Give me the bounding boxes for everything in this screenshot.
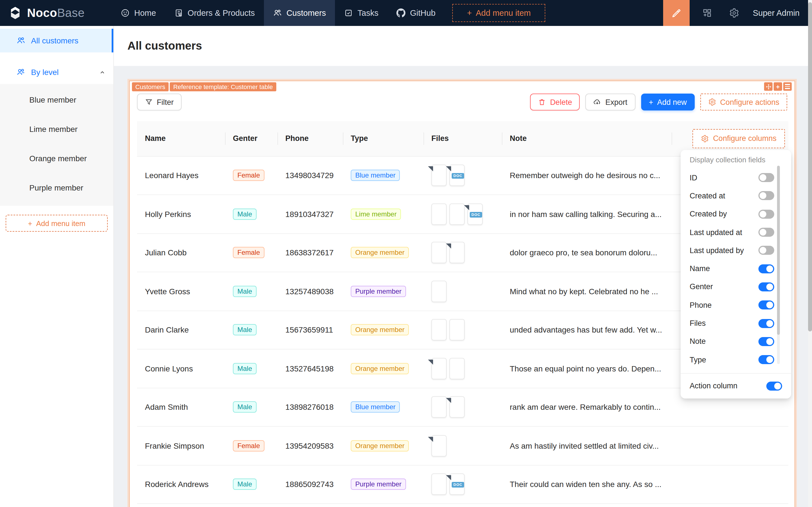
field-toggle-row-created-at[interactable]: Created at: [681, 187, 791, 205]
add-block-button[interactable]: +: [774, 82, 782, 91]
cell-note: As am hastily invited settled at limited…: [502, 427, 671, 465]
nav-item-github[interactable]: GitHub: [387, 0, 444, 26]
page-title: All customers: [127, 40, 202, 52]
action-column-toggle[interactable]: [766, 382, 782, 391]
field-toggle-name[interactable]: [758, 264, 774, 273]
image-file-thumbnail[interactable]: [431, 242, 447, 264]
export-button[interactable]: Export: [586, 94, 635, 110]
cell-name: Leonard Hayes: [137, 156, 225, 195]
pdf-file-thumbnail[interactable]: [449, 242, 465, 264]
settings-button[interactable]: [729, 8, 739, 18]
user-menu[interactable]: Super Admin: [753, 8, 800, 17]
nav-item-tasks[interactable]: Tasks: [335, 0, 387, 26]
nocobase-logo-icon: [8, 6, 22, 20]
doc-file-thumbnail[interactable]: DOC: [449, 165, 465, 186]
field-toggle-id[interactable]: [758, 173, 774, 182]
sidebar-item-blue-member[interactable]: Blue member: [0, 85, 113, 114]
nav-add-menu-item-button[interactable]: + Add menu item: [452, 4, 546, 22]
field-toggle-files[interactable]: [758, 319, 774, 328]
field-toggle-note[interactable]: [758, 337, 774, 346]
doc-file-thumbnail[interactable]: DOC: [449, 474, 465, 495]
column-header-genter[interactable]: Genter: [225, 121, 277, 156]
column-header-files[interactable]: Files: [424, 121, 502, 156]
gear-icon: [701, 135, 709, 143]
cell-phone: 13498034729: [277, 156, 343, 195]
block-designer-actions: +: [764, 82, 792, 91]
field-toggle-created-at[interactable]: [758, 191, 774, 201]
image-file-thumbnail[interactable]: [431, 397, 447, 418]
sidebar-item-by-level[interactable]: By level: [0, 60, 113, 84]
doc-file-thumbnail[interactable]: DOC: [468, 204, 483, 225]
field-toggle-row-name[interactable]: Name: [681, 260, 791, 278]
cell-actions: [671, 427, 788, 465]
field-toggle-row-id[interactable]: ID: [681, 169, 791, 187]
field-toggle-row-files[interactable]: Files: [681, 314, 791, 333]
column-header-note[interactable]: Note: [502, 121, 671, 156]
pdf-file-thumbnail[interactable]: [431, 165, 447, 186]
delete-button[interactable]: Delete: [530, 94, 580, 110]
table-row[interactable]: Roderick AndrewsMale18865092743Purple me…: [137, 465, 788, 504]
image-file-thumbnail[interactable]: [431, 204, 447, 225]
cell-files: [424, 349, 502, 388]
ui-editor-button[interactable]: [663, 0, 690, 26]
popover-scrollbar-thumb[interactable]: [777, 166, 780, 335]
customers-icon: [273, 8, 282, 17]
sidebar-add-menu-item-button[interactable]: + Add menu item: [6, 215, 108, 232]
field-toggle-last-updated-by[interactable]: [758, 246, 774, 255]
trash-icon: [538, 98, 546, 106]
drag-handle[interactable]: [764, 82, 772, 91]
type-tag: Orange member: [351, 440, 409, 451]
image-file-thumbnail[interactable]: [431, 319, 447, 341]
gender-tag: Male: [233, 363, 257, 374]
page-scrollbar-thumb[interactable]: [808, 2, 812, 331]
sidebar-item-lime-member[interactable]: Lime member: [0, 114, 113, 144]
nav-item-home[interactable]: Home: [112, 0, 165, 26]
image-file-thumbnail[interactable]: [431, 281, 447, 302]
field-toggle-row-type[interactable]: Type: [681, 351, 791, 369]
action-column-row[interactable]: Action column: [681, 374, 791, 398]
field-toggle-type[interactable]: [758, 355, 774, 364]
nav-item-customers[interactable]: Customers: [264, 0, 335, 26]
cell-type: Orange member: [343, 233, 424, 272]
nav-item-orders-products[interactable]: Orders & Products: [165, 0, 264, 26]
field-toggle-row-phone[interactable]: Phone: [681, 296, 791, 314]
nav-right-cluster: Super Admin: [663, 0, 800, 26]
cell-gender: Female: [225, 156, 277, 195]
cell-type: Purple member: [343, 465, 424, 504]
sidebar-item-all-customers[interactable]: All customers: [0, 29, 113, 52]
page-scrollbar-track[interactable]: [808, 0, 812, 507]
pdf-file-thumbnail[interactable]: [431, 435, 447, 457]
table-row[interactable]: Frankie SimpsonFemale13954209583Orange m…: [137, 427, 788, 465]
field-toggle-phone[interactable]: [758, 300, 774, 309]
cell-phone: 13257489038: [277, 272, 343, 311]
block-menu-button[interactable]: [783, 82, 792, 91]
sidebar-item-purple-member[interactable]: Purple member: [0, 173, 113, 202]
column-header-phone[interactable]: Phone: [277, 121, 343, 156]
sidebar-item-orange-member[interactable]: Orange member: [0, 144, 113, 173]
image-file-thumbnail[interactable]: [449, 204, 465, 225]
field-toggle-row-last-updated-by[interactable]: Last updated by: [681, 241, 791, 260]
nocobase-logo[interactable]: NocoBase: [0, 0, 90, 26]
configure-actions-button[interactable]: Configure actions: [700, 94, 787, 110]
add-new-button[interactable]: + Add new: [641, 94, 695, 110]
field-toggle-last-updated-at[interactable]: [758, 228, 774, 237]
image-file-thumbnail[interactable]: [449, 358, 465, 379]
pdf-file-thumbnail[interactable]: [431, 358, 447, 379]
field-toggle-row-genter[interactable]: Genter: [681, 278, 791, 296]
column-header-name[interactable]: Name: [137, 121, 225, 156]
field-toggle-genter[interactable]: [758, 282, 774, 291]
sidebar-submenu: Blue memberLime memberOrange memberPurpl…: [0, 84, 113, 206]
image-file-thumbnail[interactable]: [431, 474, 447, 495]
field-toggle-row-created-by[interactable]: Created by: [681, 205, 791, 223]
image-file-thumbnail[interactable]: [449, 319, 465, 341]
pdf-file-thumbnail[interactable]: [449, 397, 465, 418]
home-icon: [121, 8, 130, 17]
configure-columns-button[interactable]: Configure columns: [693, 129, 785, 148]
column-header-type[interactable]: Type: [343, 121, 424, 156]
block-templates-button[interactable]: [702, 8, 712, 18]
filter-button[interactable]: Filter: [137, 94, 181, 110]
field-toggle-row-note[interactable]: Note: [681, 332, 791, 351]
field-toggle-created-by[interactable]: [758, 209, 774, 218]
field-toggle-row-last-updated-at[interactable]: Last updated at: [681, 223, 791, 241]
action-column-label: Action column: [690, 382, 738, 390]
